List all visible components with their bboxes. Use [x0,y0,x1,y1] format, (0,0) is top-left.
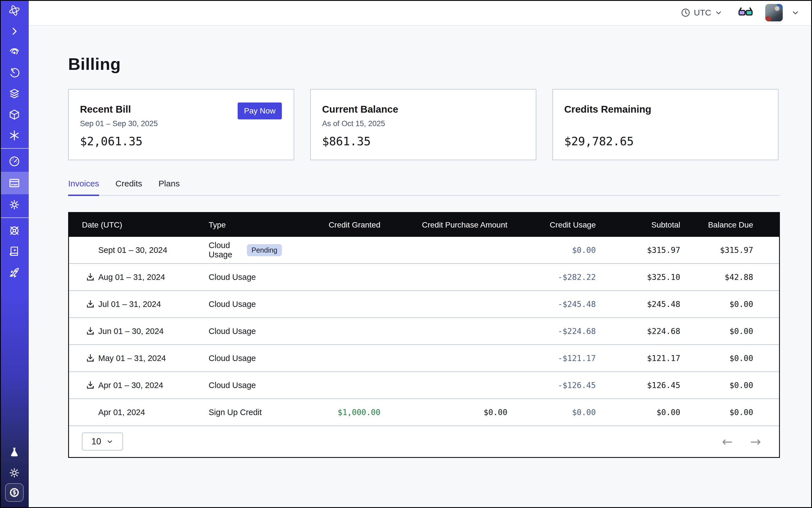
type-cell: Cloud Usage [209,300,282,309]
table-header-row: Date (UTC) Type Credit Granted Credit Pu… [69,213,779,237]
download-invoice-icon[interactable] [82,272,98,282]
date-cell: Aug 01 – 31, 2024 [82,272,209,282]
credit-usage-value: -$126.45 [507,381,596,390]
card-subtitle: As of Oct 15, 2025 [322,119,524,128]
table-footer: 10 ← → [69,426,779,457]
invoice-period: Apr 01 – 30, 2024 [98,381,163,390]
credits-remaining-card: Credits Remaining $29,782.65 [552,89,778,160]
invoice-type: Cloud Usage [209,381,256,390]
date-cell: Sept 01 – 30, 2024 [82,246,209,255]
theme-sun-icon[interactable] [0,462,29,483]
sidebar-divider [0,148,29,149]
book-sparkle-icon[interactable] [0,241,29,262]
summary-cards: Recent Bill Sep 01 – Sep 30, 2025 $2,061… [68,89,780,160]
sidebar-item-billing[interactable] [0,172,29,194]
col-header-credit-purchase: Credit Purchase Amount [380,220,507,229]
app-window: UTC Billing Re [0,0,812,508]
balance-due-value: $0.00 [680,354,753,363]
table-row: Apr 01, 2024 Sign Up Credit $1,000.00 $0… [69,399,779,426]
type-cell: Cloud Usage [209,354,282,363]
rocket-icon[interactable] [0,262,29,283]
cube-icon[interactable] [0,104,29,125]
download-invoice-icon[interactable] [82,299,98,309]
timezone-selector[interactable]: UTC [681,8,722,17]
gauge-icon[interactable] [0,151,29,172]
page-size-select[interactable]: 10 [82,432,123,451]
pagination-controls: ← → [722,435,761,448]
next-page-arrow-icon[interactable]: → [750,435,761,448]
page-title: Billing [68,54,780,74]
credit-purchase-value: $0.00 [380,408,507,417]
balance-due-value: $315.97 [680,246,753,255]
invoice-type: Cloud Usage [209,327,256,336]
table-row: May 01 – 31, 2024 Cloud Usage -$121.17 $… [69,345,779,372]
type-cell: Sign Up Credit [209,408,282,417]
download-invoice-icon[interactable] [82,353,98,363]
download-invoice-icon[interactable] [82,326,98,336]
invoice-period: Sept 01 – 30, 2024 [98,246,167,255]
invoice-period: Jun 01 – 30, 2024 [98,327,164,336]
orbit-logo-icon[interactable] [0,0,29,21]
date-cell: Jul 01 – 31, 2024 [82,299,209,309]
chevron-down-icon [106,438,114,445]
type-cell: Cloud Usage [209,272,282,282]
prev-page-arrow-icon[interactable]: ← [722,435,733,448]
user-avatar[interactable] [765,4,783,22]
user-menu-chevron-icon[interactable] [791,8,800,17]
invoice-type: Cloud Usage [209,354,256,363]
flask-icon[interactable] [0,441,29,462]
invoice-type: Cloud Usage [209,272,256,282]
observe-icon[interactable] [0,42,29,62]
card-title: Current Balance [322,103,524,115]
date-cell: Apr 01 – 30, 2024 [82,380,209,390]
tab-plans[interactable]: Plans [159,179,180,195]
card-title: Credits Remaining [564,103,767,115]
card-amount: $861.35 [322,135,371,148]
table-row: Sept 01 – 30, 2024 Cloud Usage Pending $… [69,237,779,264]
invoice-period: Apr 01, 2024 [98,408,145,417]
table-row: Jun 01 – 30, 2024 Cloud Usage -$224.68 $… [69,318,779,345]
page-size-value: 10 [91,436,101,447]
layers-icon[interactable] [0,83,29,104]
credit-granted-value: $1,000.00 [282,408,380,417]
col-header-balance-due: Balance Due [680,220,753,229]
credit-usage-value: -$121.17 [507,354,596,363]
chevron-down-icon [715,9,722,16]
collapse-chevron-right-icon[interactable] [0,21,29,42]
table-row: Aug 01 – 31, 2024 Cloud Usage -$282.22 $… [69,264,779,291]
credit-usage-value: -$224.68 [507,327,596,336]
asterisk-icon[interactable] [0,125,29,146]
tab-invoices[interactable]: Invoices [68,179,99,195]
history-icon[interactable] [0,62,29,83]
sidebar-divider [0,217,29,218]
tab-credits[interactable]: Credits [116,179,142,195]
col-header-type: Type [209,220,282,229]
3d-glasses-icon[interactable] [738,6,753,19]
invoice-period: Aug 01 – 31, 2024 [98,272,165,282]
type-cell: Cloud Usage Pending [209,241,282,259]
topbar: UTC [29,0,812,26]
credit-usage-value: -$245.48 [507,300,596,309]
pay-now-button[interactable]: Pay Now [238,102,282,119]
balance-due-value: $0.00 [680,300,753,309]
credit-usage-value: $0.00 [507,246,596,255]
invoice-type: Cloud Usage [209,300,256,309]
subtotal-value: $224.68 [596,327,680,336]
col-header-credit-granted: Credit Granted [282,220,380,229]
table-body: Sept 01 – 30, 2024 Cloud Usage Pending $… [69,237,779,426]
col-header-subtotal: Subtotal [596,220,680,229]
subtotal-value: $126.45 [596,381,680,390]
date-cell: Apr 01, 2024 [82,408,209,417]
balance-due-value: $0.00 [680,408,753,417]
settings-gear-icon[interactable] [0,194,29,215]
date-cell: Jun 01 – 30, 2024 [82,326,209,336]
helm-wheel-icon[interactable] [0,220,29,241]
credit-usage-value: -$282.22 [507,272,596,282]
subtotal-value: $121.17 [596,354,680,363]
card-amount: $2,061.35 [80,135,142,148]
download-invoice-icon[interactable] [82,380,98,390]
credits-dollar-badge-button[interactable] [5,483,24,502]
subtotal-value: $315.97 [596,246,680,255]
date-cell: May 01 – 31, 2024 [82,353,209,363]
subtotal-value: $0.00 [596,408,680,417]
